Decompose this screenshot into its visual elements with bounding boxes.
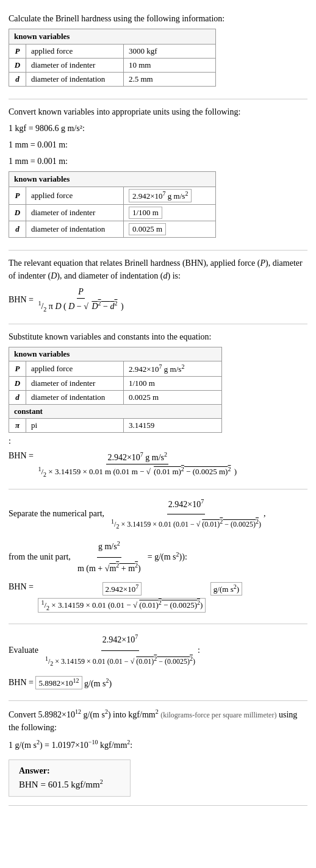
sqrt-sym6: √ [131, 657, 135, 666]
var-pi-label: π [9, 419, 26, 433]
num-frac-denom: 1/2 × 3.14159 × 0.01 (0.01 − √ (0.01)2 −… [110, 514, 262, 533]
denom-prefix: 1/2 π D ( D − √ D2 − d2 ) [38, 302, 123, 311]
var-d3-label: d [9, 391, 26, 405]
section2-intro: Convert known variables into appropriate… [9, 105, 307, 118]
bhn-box-denom: 1/2 × 3.14159 × 0.01 (0.01 − √ (0.01)2 −… [37, 597, 207, 613]
sqrt-inner4: m2 + m2 [109, 564, 138, 573]
sqrt-inner2: (0.01 m)2 − (0.0025 m)2 [153, 467, 232, 476]
sqrt-inner6: (0.01)2 − (0.0025)2 [136, 657, 193, 666]
var-D2-val: 1/100 m [124, 205, 216, 221]
answer-box: Answer: BHN = 601.5 kgf/mm2 [9, 760, 131, 797]
table-row: d diameter of indentation 0.0025 m [9, 391, 222, 405]
var-D2-label: D [9, 205, 26, 221]
table2-header-row: known variables [9, 172, 216, 187]
section7-intro: Convert 5.8982×1012 g/(m s2) into kgf/mm… [9, 707, 307, 734]
bhn-numer: P [77, 287, 85, 299]
var-d2-desc: diameter of indentation [26, 221, 124, 238]
d-ref: d [163, 271, 168, 280]
table-row: D diameter of indenter 10 mm [9, 59, 216, 73]
bhn-label: BHN = [9, 295, 35, 305]
bhn-sub-equation: BHN = 2.942×107 g m/s2 1/2 × 3.14159 × 0… [9, 451, 307, 478]
table1-header-row: known variables [9, 29, 216, 44]
var-P2-desc: applied force [26, 187, 124, 205]
section6-intro: Evaluate 2.942×107 1/2 × 3.14159 × 0.01 … [9, 630, 307, 671]
section-3: The relevant equation that relates Brine… [9, 251, 307, 324]
D-ref: D [51, 271, 57, 280]
var-P-val: 3000 kgf [124, 44, 216, 59]
section7-conversion: 1 g/(m s2) = 1.0197×10−10 kgf/mm2: [9, 738, 307, 752]
bhn-box-equation: BHN = 2.942×107 1/2 × 3.14159 × 0.01 (0.… [9, 582, 307, 613]
table-row: D diameter of indenter 1/100 m [9, 205, 216, 221]
section-5: Separate the numerical part, 2.942×107 1… [9, 489, 307, 624]
section5-intro: Separate the numerical part, 2.942×107 1… [9, 496, 307, 533]
var-P3-val: 2.942×107 g m/s2 [124, 361, 222, 376]
sqrt-sym5: √ [133, 600, 137, 610]
bhn-result-equation: BHN = 5.8982×1012 g/(m s2) [9, 676, 307, 689]
var-D3-desc: diameter of indenter [26, 377, 124, 391]
table-row: D diameter of indenter 1/100 m [9, 377, 222, 391]
bhn-box-fraction: 2.942×107 1/2 × 3.14159 × 0.01 (0.01 − √… [37, 582, 207, 613]
var-d2-val: 0.0025 m [124, 221, 216, 238]
conversion2: 1 mm = 0.001 m: [9, 138, 307, 151]
unit-desc: (kilograms-force per square millimeter) [160, 711, 276, 719]
var-pi-desc: pi [26, 419, 124, 433]
section3-intro: The relevant equation that relates Brine… [9, 257, 307, 282]
bhn-result-label: BHN = [9, 678, 35, 688]
sqrt-sym3: √ [196, 520, 201, 528]
d2-val-box: 0.0025 m [129, 223, 166, 235]
bhn-denom: 1/2 π D ( D − √ D2 − d2 ) [37, 299, 124, 312]
section-1: Calculate the Brinell hardness using the… [9, 6, 307, 99]
var-d-val: 2.5 mm [124, 73, 216, 87]
var-d2-label: d [9, 221, 26, 238]
var-D3-label: D [9, 377, 26, 391]
table-row: P applied force 2.942×107 g m/s2 [9, 187, 216, 205]
table3-kv-label: known variables [9, 347, 222, 361]
table-2: known variables P applied force 2.942×10… [9, 171, 216, 238]
unit-frac-denom: m (m + √m2 + m2) [76, 558, 142, 578]
bhn-sub-denom: 1/2 × 3.14159 × 0.01 m (0.01 m − √ (0.01… [37, 464, 238, 478]
var-d-label: d [9, 73, 26, 87]
conversion1: 1 kgf = 9806.6 g m/s²: [9, 122, 307, 135]
answer-value: BHN = 601.5 kgf/mm2 [19, 778, 120, 790]
eval-frac-denom: 1/2 × 3.14159 × 0.01 (0.01 − √ (0.01)2 −… [44, 651, 196, 671]
var-P2-val: 2.942×107 g m/s2 [124, 187, 216, 205]
section4-intro: Substitute known variables and constants… [9, 330, 307, 343]
var-P3-desc: applied force [26, 361, 124, 376]
bhn-sub-numer: 2.942×107 g m/s2 [106, 451, 168, 464]
table-1: known variables P applied force 3000 kgf… [9, 29, 216, 87]
result-val-box: 5.8982×1012 [35, 676, 82, 689]
table2-header: known variables [9, 172, 216, 187]
var-P-label: P [9, 44, 26, 59]
answer-label: Answer: [19, 766, 120, 776]
var-P-desc: applied force [26, 44, 124, 59]
unit-fraction: g m/s2 m (m + √m2 + m2) [76, 537, 142, 578]
section5-unit-intro: from the unit part, g m/s2 m (m + √m2 + … [9, 537, 307, 578]
eval-fraction: 2.942×107 1/2 × 3.14159 × 0.01 (0.01 − √… [44, 630, 196, 671]
bhn-sub-label: BHN = [9, 451, 35, 461]
conversion3: 1 mm = 0.001 m: [9, 155, 307, 168]
var-d3-desc: diameter of indentation [26, 391, 124, 405]
table3-const-label: constant [9, 405, 222, 419]
unit-boxed: g/(m s2) [210, 582, 242, 596]
num-frac-numer: 2.942×107 [167, 496, 205, 515]
eval-frac-numer: 2.942×107 [101, 630, 139, 651]
var-D-label: D [9, 59, 26, 73]
section-7: Convert 5.8982×1012 g/(m s2) into kgf/mm… [9, 701, 307, 806]
P-ref: P [260, 258, 265, 268]
sqrt-sym2: √ [146, 467, 151, 476]
result-unit: g/(m s2) [82, 677, 112, 689]
sqrt-content: D2 − d2 [90, 302, 118, 311]
var-pi-val: 3.14159 [124, 419, 222, 433]
unit-frac-numer: g m/s2 [97, 537, 121, 558]
var-D-desc: diameter of indenter [26, 59, 124, 73]
section-2: Convert known variables into appropriate… [9, 99, 307, 251]
denom-boxed: 1/2 × 3.14159 × 0.01 (0.01 − √ (0.01)2 −… [38, 598, 206, 613]
table-row: d diameter of indentation 2.5 mm [9, 73, 216, 87]
table-row: π pi 3.14159 [9, 419, 222, 433]
bhn-box-label: BHN = [9, 582, 35, 592]
sqrt-inner3: (0.01)2 − (0.0025)2 [202, 520, 259, 528]
bhn-equation: BHN = P 1/2 π D ( D − √ D2 − d2 ) [9, 287, 307, 312]
num-fraction: 2.942×107 1/2 × 3.14159 × 0.01 (0.01 − √… [110, 496, 262, 533]
P2-val-box: 2.942×107 g m/s2 [129, 189, 192, 202]
var-D3-val: 1/100 m [124, 377, 222, 391]
